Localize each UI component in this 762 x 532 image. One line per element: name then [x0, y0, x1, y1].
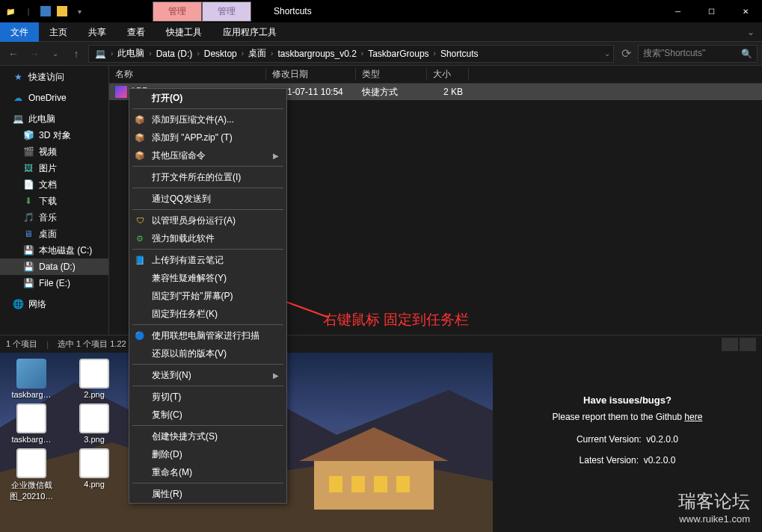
- search-icon: 🔍: [741, 49, 752, 59]
- nav-up-button[interactable]: ↑: [67, 45, 85, 63]
- sidebar-item-data-d[interactable]: 💾Data (D:): [0, 259, 108, 275]
- menu-cut[interactable]: 剪切(T): [129, 388, 286, 406]
- breadcrumb-item[interactable]: Data (D:): [153, 49, 196, 59]
- svg-rect-7: [396, 476, 410, 492]
- menu-other-zip[interactable]: 📦其他压缩命令▶: [129, 146, 286, 164]
- menu-open[interactable]: 打开(O): [129, 89, 286, 107]
- breadcrumb-item[interactable]: TaskbarGroups: [365, 49, 431, 59]
- nav-forward-button[interactable]: →: [25, 45, 43, 63]
- refresh-button[interactable]: ⟳: [617, 45, 635, 63]
- sidebar-item-videos[interactable]: 🎬视频: [0, 143, 108, 160]
- svg-rect-5: [351, 476, 365, 492]
- current-version: Current Version: v0.2.0.0: [508, 434, 747, 445]
- sidebar-item-quick-access[interactable]: ★快速访问: [0, 69, 108, 85]
- menu-properties[interactable]: 属性(R): [129, 485, 286, 503]
- menu-delete[interactable]: 删除(D): [129, 445, 286, 463]
- tab-share[interactable]: 共享: [78, 22, 117, 42]
- maximize-button[interactable]: ☐: [695, 0, 728, 22]
- ribbon-expand-icon[interactable]: ⌄: [740, 27, 762, 37]
- sidebar-item-pictures[interactable]: 🖼图片: [0, 160, 108, 176]
- desktop-icon[interactable]: 3.png: [70, 403, 118, 444]
- breadcrumb-item[interactable]: 桌面: [245, 47, 269, 60]
- tab-file[interactable]: 文件: [0, 22, 39, 42]
- qat-dropdown-icon[interactable]: ▾: [73, 5, 85, 17]
- tab-view[interactable]: 查看: [117, 22, 156, 42]
- manage-tab-1[interactable]: 管理: [153, 1, 202, 22]
- tab-home[interactable]: 主页: [39, 22, 78, 42]
- desktop-icon[interactable]: taskbarg…: [7, 359, 55, 399]
- menu-run-admin[interactable]: 🛡以管理员身份运行(A): [129, 211, 286, 229]
- menu-create-shortcut[interactable]: 创建快捷方式(S): [129, 427, 286, 445]
- column-type[interactable]: 类型: [356, 68, 427, 81]
- desktop-icon[interactable]: taskbarg…: [7, 403, 55, 444]
- desktop-icon[interactable]: 企业微信截图_20210…: [7, 448, 55, 502]
- tab-app-tools[interactable]: 应用程序工具: [212, 22, 287, 42]
- folder-icon: [16, 359, 46, 389]
- nav-back-button[interactable]: ←: [4, 45, 22, 63]
- menu-qq-send[interactable]: 通过QQ发送到: [129, 190, 286, 208]
- minimize-button[interactable]: ─: [661, 0, 695, 22]
- issues-text: Please report them to the Github here: [508, 412, 747, 422]
- menu-separator: [132, 425, 283, 426]
- sidebar-item-file-e[interactable]: 💾File (E:): [0, 275, 108, 291]
- sidebar-item-downloads[interactable]: ⬇下载: [0, 193, 108, 209]
- window-title: Shortcuts: [274, 6, 312, 16]
- github-link[interactable]: here: [684, 412, 702, 422]
- menu-youdao[interactable]: 📘上传到有道云笔记: [129, 251, 286, 269]
- shield-icon: 🛡: [134, 214, 146, 226]
- menu-restore[interactable]: 还原以前的版本(V): [129, 344, 286, 362]
- sidebar-item-label: File (E:): [39, 278, 70, 288]
- new-folder-icon[interactable]: [57, 6, 67, 16]
- annotation-text: 右键鼠标 固定到任务栏: [323, 310, 469, 330]
- latest-version: Latest Version: v0.2.0.0: [508, 455, 747, 466]
- breadcrumb-item[interactable]: Desktop: [201, 49, 240, 59]
- menu-uninstall[interactable]: ⚙强力卸载此软件: [129, 229, 286, 247]
- menu-compat[interactable]: 兼容性疑难解答(Y): [129, 269, 286, 287]
- sidebar-item-music[interactable]: 🎵音乐: [0, 209, 108, 226]
- nav-history-button[interactable]: ⌄: [46, 45, 64, 63]
- view-thumbnails-button[interactable]: [740, 338, 756, 351]
- properties-icon[interactable]: [40, 6, 51, 16]
- column-date[interactable]: 修改日期: [266, 68, 356, 81]
- menu-separator: [132, 386, 283, 386]
- close-button[interactable]: ✕: [728, 0, 762, 22]
- menu-add-archive[interactable]: 📦添加到压缩文件(A)...: [129, 111, 286, 129]
- sidebar-item-network[interactable]: 🌐网络: [0, 296, 108, 312]
- breadcrumb[interactable]: 💻 › 此电脑 › Data (D:) › Desktop › 桌面 › tas…: [88, 45, 614, 63]
- view-details-button[interactable]: [722, 338, 738, 351]
- manage-tab-2[interactable]: 管理: [202, 1, 251, 22]
- chevron-right-icon: ▶: [273, 152, 279, 160]
- menu-pin-taskbar[interactable]: 固定到任务栏(K): [129, 305, 286, 323]
- statusbar: 1 个项目 | 选中 1 个项目 1.22 KB: [0, 335, 762, 353]
- menu-open-location[interactable]: 打开文件所在的位置(I): [129, 168, 286, 186]
- column-name[interactable]: 名称: [109, 68, 266, 81]
- sidebar-item-desktop[interactable]: 🖥桌面: [0, 226, 108, 242]
- menu-copy[interactable]: 复制(C): [129, 406, 286, 424]
- menu-send-to[interactable]: 发送到(N)▶: [129, 366, 286, 384]
- breadcrumb-item[interactable]: Shortcuts: [437, 49, 482, 59]
- search-input[interactable]: 搜索"Shortcuts" 🔍: [638, 45, 758, 63]
- breadcrumb-item[interactable]: taskbargroups_v0.2: [274, 49, 359, 59]
- menu-separator: [132, 188, 283, 188]
- desktop-icon[interactable]: 2.png: [70, 359, 118, 399]
- desktop-icon-label: 3.png: [84, 435, 105, 444]
- pc-icon: 💻: [12, 113, 24, 125]
- sidebar-item-this-pc[interactable]: 💻此电脑: [0, 111, 108, 127]
- breadcrumb-item[interactable]: 此电脑: [114, 47, 147, 60]
- menu-lenovo-scan[interactable]: 🔵使用联想电脑管家进行扫描: [129, 327, 286, 344]
- menu-add-zip[interactable]: 📦添加到 "APP.zip" (T): [129, 129, 286, 146]
- chevron-right-icon: ›: [269, 49, 274, 58]
- column-size[interactable]: 大小: [427, 68, 469, 81]
- sidebar-item-documents[interactable]: 📄文档: [0, 176, 108, 193]
- tab-shortcut-tools[interactable]: 快捷工具: [156, 22, 212, 42]
- desktop-icon[interactable]: 4.png: [70, 448, 118, 502]
- contextual-tabs: 管理 管理: [153, 1, 251, 22]
- sidebar-item-local-c[interactable]: 💾本地磁盘 (C:): [0, 242, 108, 259]
- sidebar-item-onedrive[interactable]: ☁OneDrive: [0, 90, 108, 106]
- sidebar-item-3d-objects[interactable]: 🧊3D 对象: [0, 127, 108, 143]
- menu-pin-start[interactable]: 固定到"开始"屏幕(P): [129, 287, 286, 305]
- sidebar-item-label: 文档: [39, 179, 57, 191]
- menu-rename[interactable]: 重命名(M): [129, 463, 286, 481]
- menu-separator: [132, 324, 283, 325]
- breadcrumb-dropdown-icon[interactable]: ⌄: [604, 49, 610, 58]
